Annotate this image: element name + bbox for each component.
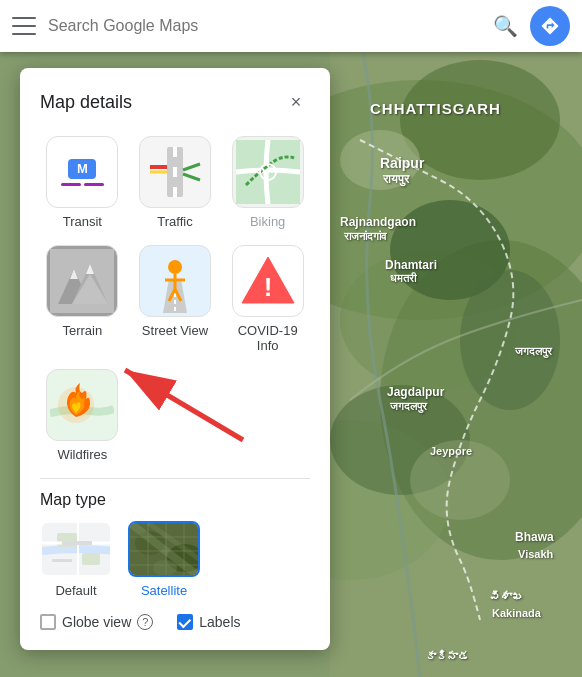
traffic-icon (139, 136, 211, 208)
panel-header: Map details × (40, 88, 310, 116)
layer-transit[interactable]: M Transit (40, 132, 125, 233)
map-type-default[interactable]: Default (40, 521, 112, 598)
svg-line-18 (183, 164, 200, 170)
streetview-label: Street View (142, 323, 208, 338)
terrain-label: Terrain (62, 323, 102, 338)
svg-point-9 (340, 130, 420, 190)
section-divider (40, 478, 310, 479)
default-thumbnail (40, 521, 112, 577)
covid-icon: ! (232, 245, 304, 317)
labels-option[interactable]: Labels (177, 614, 240, 630)
panel-title: Map details (40, 92, 132, 113)
svg-point-31 (168, 260, 182, 274)
globe-view-label: Globe view (62, 614, 131, 630)
close-button[interactable]: × (282, 88, 310, 116)
layer-biking[interactable]: Biking (225, 132, 310, 233)
layer-traffic[interactable]: Traffic (133, 132, 218, 233)
labels-label: Labels (199, 614, 240, 630)
hamburger-menu[interactable] (12, 17, 36, 35)
svg-rect-48 (62, 541, 92, 545)
map-type-satellite[interactable]: Satellite (128, 521, 200, 598)
map-options-row: Globe view ? Labels (40, 614, 310, 630)
satellite-thumbnail (128, 521, 200, 577)
wildfires-icon (46, 369, 118, 441)
transit-m-badge: M (68, 159, 96, 179)
svg-line-19 (183, 174, 200, 180)
layer-wildfires[interactable]: Wildfires (40, 365, 125, 466)
svg-rect-45 (82, 553, 100, 565)
svg-rect-14 (173, 167, 177, 177)
svg-point-7 (460, 270, 560, 410)
svg-rect-49 (52, 559, 72, 562)
transit-icon: M (46, 136, 118, 208)
globe-view-checkbox[interactable] (40, 614, 56, 630)
search-input[interactable] (48, 17, 481, 35)
default-label: Default (55, 583, 96, 598)
map-type-title: Map type (40, 491, 310, 509)
traffic-label: Traffic (157, 214, 192, 229)
svg-point-54 (153, 560, 177, 576)
svg-rect-15 (173, 187, 177, 197)
biking-icon (232, 136, 304, 208)
svg-point-4 (400, 60, 560, 180)
streetview-icon (139, 245, 211, 317)
layers-grid: M Transit (40, 132, 310, 357)
map-details-panel: Map details × M Transit (20, 68, 330, 650)
transit-label: Transit (63, 214, 102, 229)
layer-terrain[interactable]: Terrain (40, 241, 125, 357)
biking-label: Biking (250, 214, 285, 229)
svg-point-10 (410, 440, 510, 520)
globe-view-option[interactable]: Globe view ? (40, 614, 153, 630)
search-icon[interactable]: 🔍 (493, 14, 518, 38)
layer-streetview[interactable]: Street View (133, 241, 218, 357)
svg-rect-13 (173, 147, 177, 157)
search-header: 🔍 (0, 0, 582, 52)
svg-text:!: ! (263, 272, 272, 302)
wildfires-row: Wildfires (40, 365, 310, 466)
terrain-icon (46, 245, 118, 317)
globe-view-help[interactable]: ? (137, 614, 153, 630)
directions-icon (540, 16, 560, 36)
layer-covid[interactable]: ! COVID-19 Info (225, 241, 310, 357)
map-types-container: Default (40, 521, 310, 598)
satellite-label: Satellite (141, 583, 187, 598)
labels-checkbox[interactable] (177, 614, 193, 630)
directions-button[interactable] (530, 6, 570, 46)
covid-label: COVID-19 Info (229, 323, 306, 353)
wildfires-label: Wildfires (57, 447, 107, 462)
